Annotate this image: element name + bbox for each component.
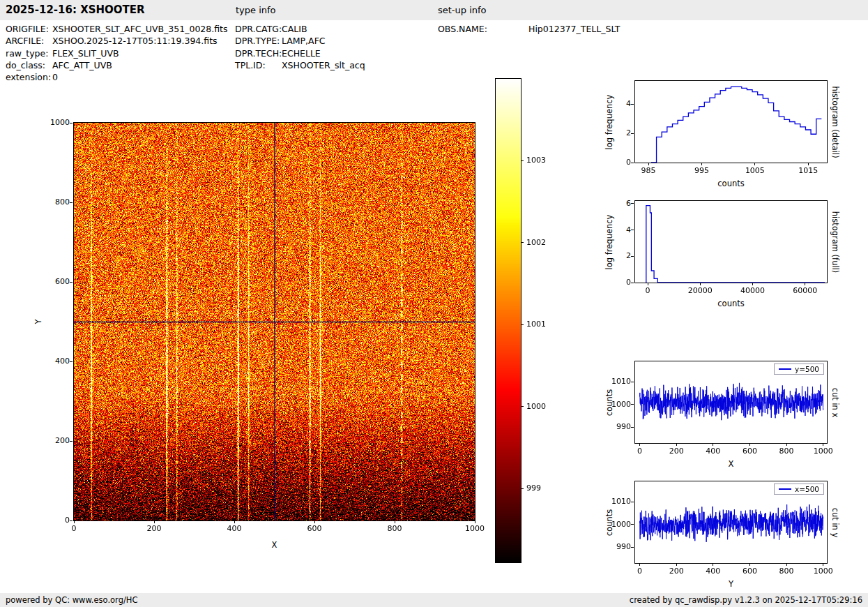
colorbar-tick-mark xyxy=(521,160,524,161)
y-tick-mark xyxy=(70,123,73,123)
cut-in-x-legend: y=500 xyxy=(774,364,824,375)
colorbar-tick-mark xyxy=(521,406,524,407)
meta-row-dprtype: DPR.TYPE: LAMP,AFC xyxy=(235,36,326,46)
y-tick-mark xyxy=(631,502,634,502)
x-tick-mark xyxy=(713,563,713,566)
meta-row-rawtype: raw_type: FLEX_SLIT_UVB xyxy=(6,48,119,59)
x-tick-mark xyxy=(314,520,315,523)
meta-extension-value: 0 xyxy=(52,72,58,82)
meta-rawtype-value: FLEX_SLIT_UVB xyxy=(52,48,119,59)
y-tick-label: 4 xyxy=(603,99,631,108)
colorbar-tick-mark xyxy=(521,242,524,243)
cut-in-y-legend: x=500 xyxy=(774,484,824,495)
y-tick-label: 1000 xyxy=(603,520,631,529)
colorbar-tick-mark xyxy=(521,324,524,325)
x-tick-label: 200 xyxy=(130,524,178,533)
x-tick-label: 0 xyxy=(623,286,672,295)
x-tick-mark xyxy=(639,443,640,446)
meta-row-dprcatg: DPR.CATG: CALIB xyxy=(235,24,307,34)
x-tick-label: 995 xyxy=(677,166,726,175)
x-tick-mark xyxy=(395,520,395,523)
x-tick-mark xyxy=(676,443,677,446)
colorbar-tick-mark xyxy=(521,488,524,489)
y-tick-mark xyxy=(70,361,73,362)
cut-in-y-legend-label: x=500 xyxy=(795,485,819,493)
meta-row-origfile: ORIGFILE: XSHOOTER_SLT_AFC_UVB_351_0028.… xyxy=(6,24,228,34)
x-tick-mark xyxy=(701,163,702,165)
y-tick-label: 2 xyxy=(603,128,631,137)
colorbar-tick-label: 999 xyxy=(526,484,561,493)
meta-row-dprtech: DPR.TECH: ECHELLE xyxy=(235,48,321,59)
x-tick-mark xyxy=(234,520,235,523)
y-tick-mark xyxy=(70,520,73,521)
meta-origfile-value: XSHOOTER_SLT_AFC_UVB_351_0028.fits xyxy=(52,24,228,34)
colorbar-tick-label: 1001 xyxy=(526,320,561,329)
histogram-detail-canvas xyxy=(635,81,827,163)
detector-xlabel: X xyxy=(74,540,475,550)
meta-arcfile-label: ARCFILE: xyxy=(6,36,52,46)
cut-in-x-right-label: cut in x xyxy=(830,387,840,417)
y-tick-mark xyxy=(70,202,73,203)
colorbar-tick-label: 1002 xyxy=(526,238,561,247)
meta-dprcatg-value: CALIB xyxy=(282,24,307,34)
meta-dprtech-value: ECHELLE xyxy=(282,48,321,59)
cut-in-y-right-label: cut in y xyxy=(830,507,840,537)
x-tick-label: 40000 xyxy=(729,286,777,295)
colorbar: 9991000100110021003 xyxy=(495,78,521,563)
y-tick-mark xyxy=(631,163,634,163)
histogram-full-canvas xyxy=(635,201,827,283)
meta-dprtech-label: DPR.TECH: xyxy=(235,48,282,59)
x-tick-mark xyxy=(700,283,701,285)
x-tick-mark xyxy=(749,563,750,566)
y-tick-mark xyxy=(631,104,634,105)
y-tick-label: 600 xyxy=(42,277,70,286)
x-tick-mark xyxy=(823,443,823,446)
histogram-detail-right-label: histogram (detail) xyxy=(830,86,840,158)
meta-dprcatg-label: DPR.CATG: xyxy=(235,24,282,34)
cut-in-x-legend-label: y=500 xyxy=(795,365,819,373)
x-tick-label: 985 xyxy=(624,166,673,175)
histogram-detail-xlabel: counts xyxy=(635,179,827,188)
y-tick-mark xyxy=(631,230,634,230)
cut-in-x-plot: y=500 counts cut in x X 0200400600800100… xyxy=(634,361,828,444)
x-tick-mark xyxy=(752,283,753,285)
footer-right-text: created by qc_rawdisp.py v1.2.3 on 2025-… xyxy=(630,595,862,605)
meta-obsname-label: OBS.NAME: xyxy=(438,24,528,34)
histogram-full-xlabel: counts xyxy=(635,299,827,308)
y-tick-label: 990 xyxy=(603,542,631,551)
histogram-detail-plot: log frequency histogram (detail) counts … xyxy=(634,80,828,163)
meta-rawtype-label: raw_type: xyxy=(6,48,52,59)
header-bar: 2025-12-16: XSHOOTER type info set-up in… xyxy=(0,0,868,20)
footer-left-text: powered by QC: www.eso.org/HC xyxy=(6,595,137,605)
legend-line-sample xyxy=(779,368,791,370)
x-tick-mark xyxy=(713,443,713,446)
colorbar-tick-label: 1000 xyxy=(526,402,561,411)
x-tick-label: 400 xyxy=(210,524,259,533)
meta-arcfile-value: XSHOO.2025-12-17T05:11:19.394.fits xyxy=(52,36,218,46)
detector-image-plot: Y X 0200400600800100002004006008001000 xyxy=(73,122,475,521)
x-tick-mark xyxy=(754,163,755,165)
x-tick-mark xyxy=(648,163,649,165)
y-tick-label: 1010 xyxy=(603,497,631,506)
histogram-full-ylabel: log frequency xyxy=(604,214,614,269)
meta-row-obsname: OBS.NAME: Hip012377_TELL_SLT xyxy=(438,24,620,34)
qc-report-page: 2025-12-16: XSHOOTER type info set-up in… xyxy=(0,0,868,607)
x-tick-label: 1000 xyxy=(450,524,499,533)
meta-row-tplid: TPL.ID: XSHOOTER_slt_acq xyxy=(235,60,365,70)
x-tick-label: 0 xyxy=(50,524,98,533)
meta-tplid-label: TPL.ID: xyxy=(235,60,282,70)
y-tick-mark xyxy=(70,282,73,283)
y-tick-mark xyxy=(631,547,634,548)
y-tick-label: 0 xyxy=(603,278,631,287)
x-tick-label: 800 xyxy=(370,524,419,533)
x-tick-mark xyxy=(749,443,750,446)
meta-tplid-value: XSHOOTER_slt_acq xyxy=(282,60,365,70)
y-tick-label: 1000 xyxy=(603,400,631,409)
x-tick-mark xyxy=(786,563,787,566)
x-tick-label: 20000 xyxy=(676,286,724,295)
x-tick-mark xyxy=(808,163,809,165)
y-tick-mark xyxy=(631,133,634,134)
y-tick-label: 1010 xyxy=(603,377,631,386)
colorbar-tick-label: 1003 xyxy=(526,156,561,165)
x-tick-mark xyxy=(786,443,787,446)
